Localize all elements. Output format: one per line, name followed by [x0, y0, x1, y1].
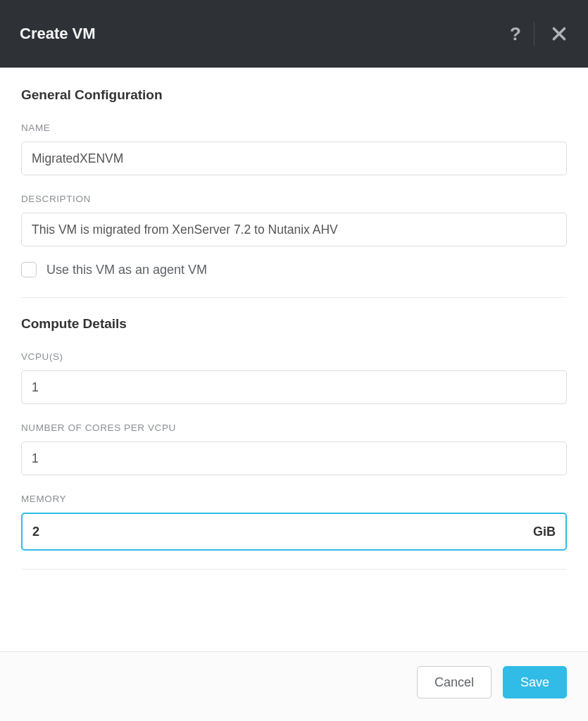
name-input[interactable] — [21, 142, 567, 175]
close-icon[interactable] — [534, 25, 568, 43]
section-divider — [21, 297, 567, 298]
vcpus-label: VCPU(S) — [21, 351, 567, 362]
section-compute-title: Compute Details — [21, 316, 567, 332]
name-label: NAME — [21, 123, 567, 133]
cores-label: NUMBER OF CORES PER VCPU — [21, 422, 567, 433]
save-button[interactable]: Save — [503, 666, 567, 698]
description-input[interactable] — [21, 213, 567, 246]
memory-input[interactable] — [21, 513, 567, 551]
dialog-header: Create VM ? — [0, 0, 588, 68]
dialog-content: General Configuration NAME DESCRIPTION U… — [0, 68, 588, 651]
section-divider-2 — [21, 569, 567, 570]
vcpus-input[interactable] — [21, 370, 567, 404]
memory-label: MEMORY — [21, 494, 567, 504]
agent-vm-row: Use this VM as an agent VM — [21, 262, 567, 277]
dialog-title: Create VM — [20, 25, 497, 43]
agent-vm-checkbox[interactable] — [21, 262, 37, 277]
header-actions: ? — [497, 22, 568, 46]
cancel-button[interactable]: Cancel — [417, 666, 492, 698]
help-icon[interactable]: ? — [497, 23, 534, 45]
description-label: DESCRIPTION — [21, 194, 567, 204]
cores-input[interactable] — [21, 441, 567, 475]
agent-vm-label: Use this VM as an agent VM — [46, 263, 207, 277]
dialog-footer: Cancel Save — [0, 651, 588, 721]
section-general-title: General Configuration — [21, 87, 567, 103]
memory-field: GiB — [21, 513, 567, 551]
